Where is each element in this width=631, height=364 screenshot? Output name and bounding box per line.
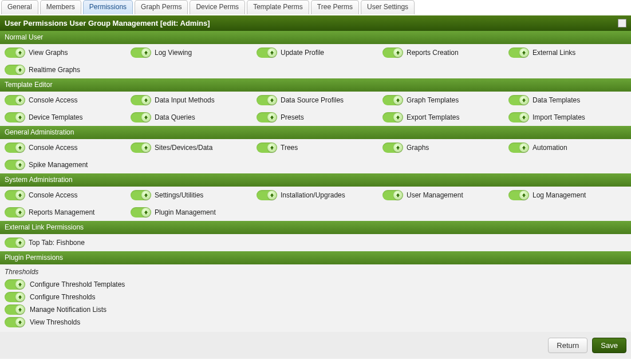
perm-label: Log Viewing bbox=[155, 49, 192, 57]
toggle-on[interactable] bbox=[382, 48, 403, 58]
arrow-up-icon bbox=[18, 50, 22, 55]
arrow-up-icon bbox=[144, 145, 148, 150]
select-all-checkbox[interactable] bbox=[618, 19, 626, 27]
toggle-on[interactable] bbox=[5, 304, 25, 315]
section-header-general_admin: General Administration bbox=[0, 126, 631, 139]
toggle-on[interactable] bbox=[508, 112, 529, 122]
toggle-knob bbox=[141, 191, 151, 200]
perm-label: Configure Thresholds bbox=[30, 293, 96, 301]
arrow-up-icon bbox=[270, 193, 274, 197]
toggle-knob bbox=[141, 96, 151, 105]
toggle-on[interactable] bbox=[5, 190, 25, 200]
toggle-on[interactable] bbox=[257, 48, 277, 58]
toggle-on[interactable] bbox=[5, 48, 25, 58]
tab-user-settings[interactable]: User Settings bbox=[361, 0, 415, 14]
toggle-on[interactable] bbox=[508, 143, 529, 153]
perm-item-presets: Presets bbox=[254, 111, 380, 124]
footer-bar: Return Save bbox=[0, 332, 631, 359]
toggle-on[interactable] bbox=[5, 160, 25, 170]
page-title: User Permissions User Group Management [… bbox=[5, 19, 210, 27]
section-header-system_admin: System Administration bbox=[0, 173, 631, 187]
toggle-knob bbox=[15, 238, 25, 247]
toggle-on[interactable] bbox=[131, 95, 151, 105]
perm-label: Top Tab: Fishbone bbox=[29, 239, 85, 247]
tab-graph-perms[interactable]: Graph Perms bbox=[135, 0, 188, 14]
return-button[interactable]: Return bbox=[548, 338, 587, 353]
toggle-on[interactable] bbox=[5, 279, 25, 290]
save-button[interactable]: Save bbox=[592, 338, 626, 353]
toggle-knob bbox=[267, 48, 277, 57]
toggle-on[interactable] bbox=[257, 112, 277, 122]
section-body-general_admin: Console AccessSites/Devices/DataTreesGra… bbox=[0, 139, 631, 173]
perm-item-import-templates: Import Templates bbox=[506, 111, 631, 124]
button-label: Save bbox=[601, 341, 618, 350]
perm-item-sites-devices-data: Sites/Devices/Data bbox=[128, 141, 254, 154]
toggle-knob bbox=[141, 208, 151, 217]
arrow-up-icon bbox=[18, 68, 22, 72]
perm-label: Console Access bbox=[29, 96, 77, 104]
perm-item-trees: Trees bbox=[254, 141, 380, 154]
tab-template-perms[interactable]: Template Perms bbox=[247, 0, 309, 14]
toggle-on[interactable] bbox=[131, 112, 151, 122]
toggle-on[interactable] bbox=[5, 207, 25, 217]
perm-label: Presets bbox=[281, 113, 304, 121]
toggle-knob bbox=[393, 113, 403, 122]
perm-row: Top Tab: Fishbone bbox=[0, 234, 631, 251]
toggle-knob bbox=[15, 208, 25, 217]
section-title: Normal User bbox=[5, 33, 43, 41]
arrow-up-icon bbox=[270, 145, 274, 150]
toggle-on[interactable] bbox=[5, 95, 25, 105]
perm-item-automation: Automation bbox=[506, 141, 631, 154]
toggle-on[interactable] bbox=[5, 292, 25, 302]
toggle-on[interactable] bbox=[508, 190, 529, 200]
toggle-on[interactable] bbox=[508, 95, 529, 105]
toggle-on[interactable] bbox=[382, 190, 403, 200]
toggle-on[interactable] bbox=[131, 143, 151, 153]
toggle-on[interactable] bbox=[5, 143, 25, 153]
section-body-external_links: Top Tab: Fishbone bbox=[0, 234, 631, 251]
perm-label: Data Input Methods bbox=[155, 96, 215, 104]
perm-item-console-access: Console Access bbox=[2, 94, 128, 106]
toggle-on[interactable] bbox=[5, 112, 25, 122]
toggle-on[interactable] bbox=[5, 238, 25, 248]
toggle-on[interactable] bbox=[257, 95, 277, 105]
toggle-on[interactable] bbox=[382, 143, 403, 153]
perm-item-console-access: Console Access bbox=[2, 189, 128, 201]
toggle-on[interactable] bbox=[5, 317, 25, 327]
toggle-on[interactable] bbox=[382, 95, 403, 105]
toggle-knob bbox=[15, 292, 25, 302]
arrow-up-icon bbox=[396, 50, 400, 55]
toggle-on[interactable] bbox=[131, 48, 151, 58]
toggle-knob bbox=[15, 96, 25, 105]
perm-row: Device TemplatesData QueriesPresetsExpor… bbox=[0, 109, 631, 126]
tab-permissions[interactable]: Permissions bbox=[83, 0, 133, 14]
perm-label: Sites/Devices/Data bbox=[155, 144, 212, 152]
toggle-on[interactable] bbox=[508, 48, 529, 58]
toggle-knob bbox=[393, 48, 403, 57]
perm-item-data-input-methods: Data Input Methods bbox=[128, 94, 254, 106]
tab-members[interactable]: Members bbox=[40, 0, 81, 14]
plugin-list: Configure Threshold TemplatesConfigure T… bbox=[0, 278, 631, 332]
toggle-on[interactable] bbox=[382, 112, 403, 122]
toggle-on[interactable] bbox=[131, 190, 151, 200]
toggle-on[interactable] bbox=[257, 143, 277, 153]
arrow-up-icon bbox=[522, 50, 526, 55]
perm-row: View GraphsLog ViewingUpdate ProfileRepo… bbox=[0, 44, 631, 61]
arrow-up-icon bbox=[18, 163, 22, 167]
toggle-knob bbox=[519, 113, 529, 122]
tab-label: Members bbox=[46, 3, 75, 11]
perm-item-device-templates: Device Templates bbox=[2, 111, 128, 124]
toggle-on[interactable] bbox=[257, 190, 277, 200]
toggle-on[interactable] bbox=[131, 207, 151, 217]
page-header: User Permissions User Group Management [… bbox=[0, 15, 631, 31]
tab-device-perms[interactable]: Device Perms bbox=[190, 0, 245, 14]
toggle-knob bbox=[15, 160, 25, 169]
tab-label: Tree Perms bbox=[317, 3, 353, 11]
tab-label: Template Perms bbox=[253, 3, 303, 11]
toggle-on[interactable] bbox=[5, 65, 25, 75]
toggle-knob bbox=[15, 65, 25, 74]
arrow-up-icon bbox=[18, 115, 22, 120]
perm-label: Data Templates bbox=[533, 96, 580, 104]
tab-tree-perms[interactable]: Tree Perms bbox=[311, 0, 359, 14]
tab-general[interactable]: General bbox=[1, 0, 38, 14]
